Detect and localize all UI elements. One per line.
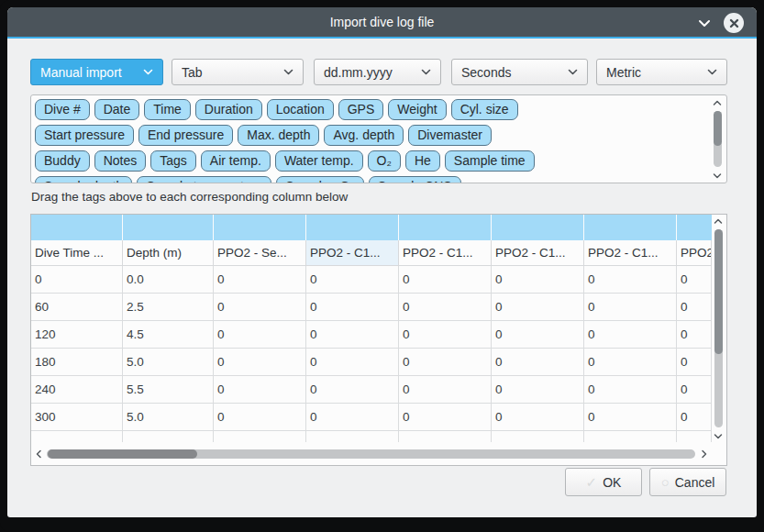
table-cell: 5.5 bbox=[123, 376, 214, 404]
tag[interactable]: Max. depth bbox=[238, 125, 319, 146]
tag[interactable]: Avg. depth bbox=[324, 125, 404, 146]
table-cell: 0 bbox=[584, 376, 677, 404]
import-preview-table: Dive Time ...Depth (m)PPO2 - Se...PPO2 -… bbox=[30, 214, 727, 466]
ok-button[interactable]: ✓ OK bbox=[565, 468, 642, 496]
table-cell bbox=[584, 431, 677, 442]
scroll-up-icon[interactable] bbox=[714, 216, 723, 227]
tag[interactable]: Location bbox=[267, 99, 334, 120]
table-cell: 0 bbox=[306, 266, 399, 294]
scroll-down-icon[interactable] bbox=[714, 430, 723, 441]
table-cell: 0 bbox=[214, 321, 306, 349]
header-row: Dive Time ...Depth (m)PPO2 - Se...PPO2 -… bbox=[31, 240, 712, 266]
tag[interactable]: Weight bbox=[388, 99, 446, 120]
cancel-button[interactable]: ○ Cancel bbox=[649, 468, 726, 496]
chevron-down-icon bbox=[707, 69, 717, 75]
table-row: 3005.0000000 bbox=[31, 404, 712, 431]
table-cell: 60 bbox=[31, 294, 123, 321]
tag-rows: Dive #DateTimeDurationLocationGPSWeightC… bbox=[35, 99, 706, 183]
tag[interactable]: Sample depth bbox=[35, 176, 132, 183]
field-separator-select[interactable]: Tab bbox=[172, 59, 304, 85]
tag[interactable]: GPS bbox=[338, 99, 384, 120]
tag[interactable]: Water temp. bbox=[275, 150, 363, 172]
table-cell: 0 bbox=[306, 349, 399, 376]
tag[interactable]: Sample CNS bbox=[369, 176, 461, 183]
table-cell: 0 bbox=[584, 294, 677, 321]
tag[interactable]: Duration bbox=[195, 99, 262, 120]
tag[interactable]: Sample pO₂ bbox=[276, 176, 363, 183]
table-horizontal-scrollbar[interactable] bbox=[33, 448, 709, 460]
tag[interactable]: Sample temperature bbox=[137, 176, 271, 183]
import-dive-log-dialog: Import dive log file Manual import Tab d… bbox=[7, 7, 757, 517]
tag[interactable]: Notes bbox=[94, 150, 147, 172]
scroll-down-icon[interactable] bbox=[713, 170, 722, 181]
table-cell bbox=[31, 431, 123, 442]
table-cell: 0 bbox=[399, 321, 492, 349]
table-cell: 0 bbox=[399, 349, 492, 376]
tag[interactable]: Buddy bbox=[35, 150, 90, 172]
tag-drop-cell[interactable] bbox=[584, 215, 677, 240]
table-cell: 240 bbox=[31, 376, 123, 404]
table-cell: 2.5 bbox=[123, 294, 214, 321]
tag-row: BuddyNotesTagsAir temp.Water temp.O₂HeSa… bbox=[35, 150, 706, 172]
titlebar-collapse-button[interactable] bbox=[696, 15, 713, 31]
column-header: Depth (m) bbox=[123, 240, 214, 266]
table-cell bbox=[492, 431, 584, 442]
chevron-down-icon bbox=[421, 69, 431, 75]
table-vertical-scrollbar[interactable] bbox=[711, 216, 725, 441]
close-button[interactable] bbox=[724, 13, 744, 33]
table-cell: 0 bbox=[677, 321, 712, 349]
tag[interactable]: He bbox=[405, 150, 440, 172]
close-icon bbox=[729, 18, 739, 28]
scrollbar-track[interactable] bbox=[47, 449, 695, 459]
table-cell: 0 bbox=[214, 376, 306, 404]
tag-drop-cell[interactable] bbox=[306, 215, 399, 240]
table-cell: 0 bbox=[584, 321, 677, 349]
table-cell: 120 bbox=[31, 321, 123, 349]
tag[interactable]: Start pressure bbox=[35, 125, 134, 146]
tag-drop-cell[interactable] bbox=[677, 215, 712, 240]
scrollbar-track[interactable] bbox=[714, 229, 723, 427]
tag[interactable]: Dive # bbox=[35, 99, 90, 120]
chevron-down-icon bbox=[568, 69, 578, 75]
tag[interactable]: Cyl. size bbox=[451, 99, 518, 120]
table-cell: 0 bbox=[492, 404, 584, 431]
table-row: 1204.5000000 bbox=[31, 321, 712, 349]
tag-drop-cell[interactable] bbox=[123, 215, 214, 240]
date-format-select[interactable]: dd.mm.yyyy bbox=[314, 59, 441, 85]
import-type-select[interactable]: Manual import bbox=[30, 59, 163, 85]
scroll-right-icon[interactable] bbox=[698, 449, 709, 459]
table-cell: 0 bbox=[492, 266, 584, 294]
tag[interactable]: Divemaster bbox=[408, 125, 492, 146]
scrollbar-thumb[interactable] bbox=[714, 111, 722, 146]
tag[interactable]: Date bbox=[94, 99, 140, 120]
tag[interactable]: Tags bbox=[150, 150, 196, 172]
tag[interactable]: O₂ bbox=[368, 150, 401, 172]
time-format-select[interactable]: Seconds bbox=[451, 59, 588, 85]
table-cell: 0 bbox=[677, 404, 712, 431]
titlebar[interactable]: Import dive log file bbox=[7, 7, 757, 39]
ok-button-label: OK bbox=[603, 475, 621, 490]
tag[interactable]: Time bbox=[144, 99, 191, 120]
tag-drop-cell[interactable] bbox=[492, 215, 584, 240]
tag-drop-cell[interactable] bbox=[31, 215, 123, 240]
table-cell: 0 bbox=[492, 349, 584, 376]
column-header: PPO2 - C1... bbox=[492, 240, 584, 266]
tag[interactable]: End pressure bbox=[138, 125, 233, 146]
tag[interactable]: Sample time bbox=[445, 150, 535, 172]
chevron-down-icon bbox=[143, 69, 153, 75]
tag-drop-cell[interactable] bbox=[214, 215, 306, 240]
cancel-circle-icon: ○ bbox=[661, 474, 670, 490]
scroll-left-icon[interactable] bbox=[33, 449, 44, 459]
units-select[interactable]: Metric bbox=[596, 59, 727, 85]
tags-vertical-scrollbar[interactable] bbox=[710, 97, 725, 181]
tag-drop-cell[interactable] bbox=[399, 215, 492, 240]
tag[interactable]: Air temp. bbox=[201, 150, 271, 172]
partial-row bbox=[31, 431, 712, 442]
table-cell: 0 bbox=[399, 376, 492, 404]
scroll-up-icon[interactable] bbox=[713, 97, 722, 108]
table-columns: Dive Time ...Depth (m)PPO2 - Se...PPO2 -… bbox=[31, 215, 712, 442]
table-cell: 0 bbox=[306, 294, 399, 321]
scrollbar-thumb[interactable] bbox=[48, 449, 197, 459]
scrollbar-thumb[interactable] bbox=[714, 229, 723, 354]
scrollbar-track[interactable] bbox=[714, 111, 722, 167]
